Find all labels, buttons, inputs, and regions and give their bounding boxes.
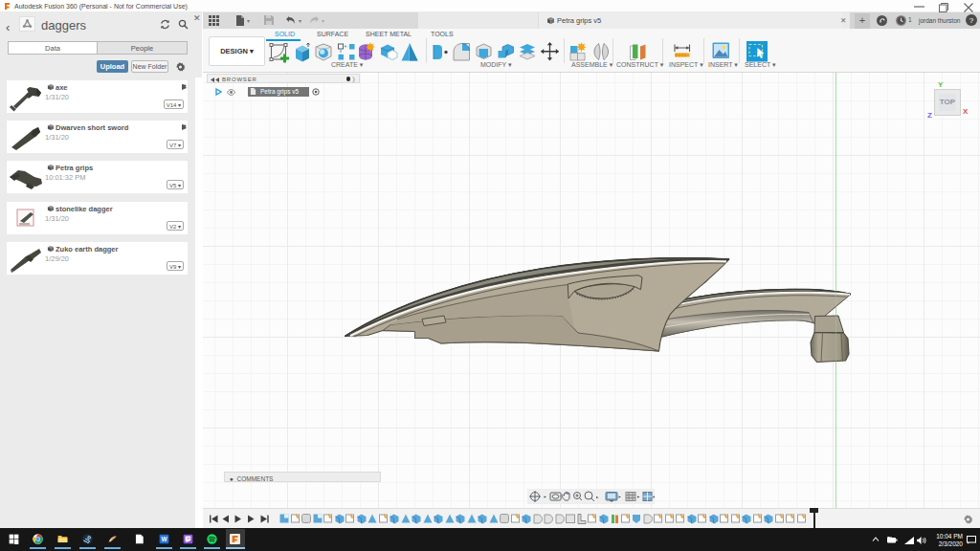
- svg-text:?: ?: [969, 16, 974, 25]
